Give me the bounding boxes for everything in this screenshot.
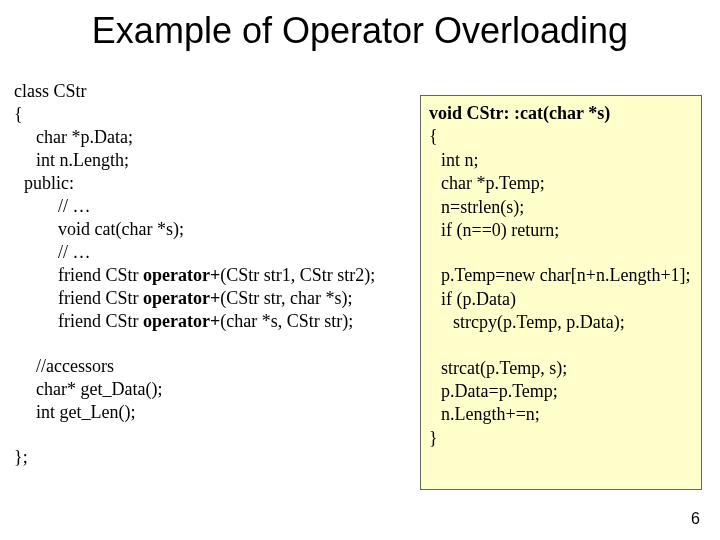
code-line: int n; [429, 149, 693, 172]
code-line: // … [14, 241, 414, 264]
code-line: public: [14, 172, 414, 195]
code-line: strcat(p.Temp, s); [429, 357, 693, 380]
code-line: void cat(char *s); [14, 218, 414, 241]
code-line: friend CStr operator+(CStr str, char *s)… [14, 287, 414, 310]
code-line: { [14, 103, 414, 126]
code-line: p.Temp=new char[n+n.Length+1]; [429, 264, 693, 287]
slide: Example of Operator Overloading class CS… [0, 0, 720, 540]
code-line: //accessors [14, 355, 414, 378]
code-line: p.Data=p.Temp; [429, 380, 693, 403]
code-line: char* get_Data(); [14, 378, 414, 401]
code-line: char *p.Data; [14, 126, 414, 149]
code-line: void CStr: :cat(char *s) [429, 102, 693, 125]
code-line: // … [14, 195, 414, 218]
blank-line [14, 424, 414, 446]
blank-line [429, 335, 693, 357]
code-line: n=strlen(s); [429, 196, 693, 219]
code-line: { [429, 125, 693, 148]
code-line: char *p.Temp; [429, 172, 693, 195]
code-line: class CStr [14, 80, 414, 103]
slide-title: Example of Operator Overloading [0, 10, 720, 52]
code-line: if (p.Data) [429, 288, 693, 311]
code-line: friend CStr operator+(CStr str1, CStr st… [14, 264, 414, 287]
page-number: 6 [691, 510, 700, 528]
code-line: } [429, 427, 693, 450]
code-line: int get_Len(); [14, 401, 414, 424]
code-line: }; [14, 446, 414, 469]
code-line: strcpy(p.Temp, p.Data); [429, 311, 693, 334]
code-line: int n.Length; [14, 149, 414, 172]
blank-line [429, 242, 693, 264]
right-code-block: void CStr: :cat(char *s) { int n; char *… [420, 95, 702, 490]
code-line: if (n==0) return; [429, 219, 693, 242]
code-line: friend CStr operator+(char *s, CStr str)… [14, 310, 414, 333]
left-code-block: class CStr { char *p.Data; int n.Length;… [14, 80, 414, 469]
code-line: n.Length+=n; [429, 403, 693, 426]
blank-line [14, 333, 414, 355]
